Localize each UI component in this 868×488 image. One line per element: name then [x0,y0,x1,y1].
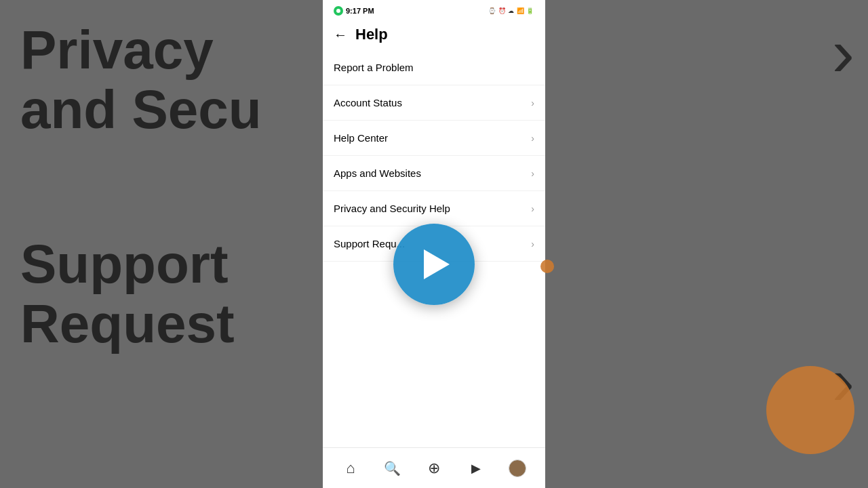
status-dot [336,9,340,13]
menu-item-support-requests[interactable]: Support Requ... › [323,226,545,262]
background-right: › › [545,0,868,488]
chevron-icon-support-requests: › [531,239,534,249]
status-time: 9:17 PM [346,7,374,15]
background-left: Privacy and Secu Support Request [0,0,323,488]
menu-list: Report a Problem Account Status › Help C… [323,50,545,447]
menu-item-report-problem[interactable]: Report a Problem [323,50,545,85]
back-button[interactable]: ← [334,27,347,43]
status-indicator [334,6,343,16]
orange-circle-bg [766,366,854,454]
page-title: Help [355,26,388,43]
menu-item-support-requests-label: Support Requ... [334,238,405,249]
header: ← Help [323,19,545,50]
nav-profile[interactable] [502,453,532,483]
status-bar: 9:17 PM ⌚ ⏰ ☁ 📶 🔋 [323,0,545,19]
menu-item-apps-websites[interactable]: Apps and Websites › [323,156,545,191]
status-bar-right: ⌚ ⏰ ☁ 📶 🔋 [488,7,534,14]
status-bar-left: 9:17 PM [334,6,374,16]
menu-item-help-center-label: Help Center [334,132,388,144]
chevron-icon-apps-websites: › [531,168,534,179]
nav-search[interactable]: 🔍 [377,453,407,483]
video-icon: ▶ [471,461,481,476]
menu-item-report-problem-label: Report a Problem [334,62,414,73]
menu-item-account-status-label: Account Status [334,97,402,108]
chevron-icon-account-status: › [531,98,534,108]
menu-item-privacy-security-label: Privacy and Security Help [334,203,450,214]
phone-screen: 9:17 PM ⌚ ⏰ ☁ 📶 🔋 ← Help Report a Proble… [323,0,545,488]
search-icon: 🔍 [384,460,401,476]
bg-text-top: Privacy and Secu [0,0,323,140]
bg-chevron-top: › [832,0,868,92]
menu-item-privacy-security[interactable]: Privacy and Security Help › [323,191,545,226]
chevron-icon-help-center: › [531,133,534,144]
bottom-nav: ⌂ 🔍 ⊕ ▶ [323,447,545,488]
bg-text-bottom: Support Request [0,140,323,354]
orange-dot-right [540,260,554,273]
add-icon: ⊕ [428,460,440,477]
home-icon: ⌂ [346,460,355,477]
nav-add[interactable]: ⊕ [419,453,449,483]
status-icons: ⌚ ⏰ ☁ 📶 🔋 [488,7,534,14]
menu-item-apps-websites-label: Apps and Websites [334,167,421,179]
nav-video[interactable]: ▶ [461,453,491,483]
nav-home[interactable]: ⌂ [336,453,366,483]
profile-avatar [509,460,526,477]
chevron-icon-privacy-security: › [531,203,534,214]
menu-item-account-status[interactable]: Account Status › [323,85,545,121]
menu-item-help-center[interactable]: Help Center › [323,121,545,156]
